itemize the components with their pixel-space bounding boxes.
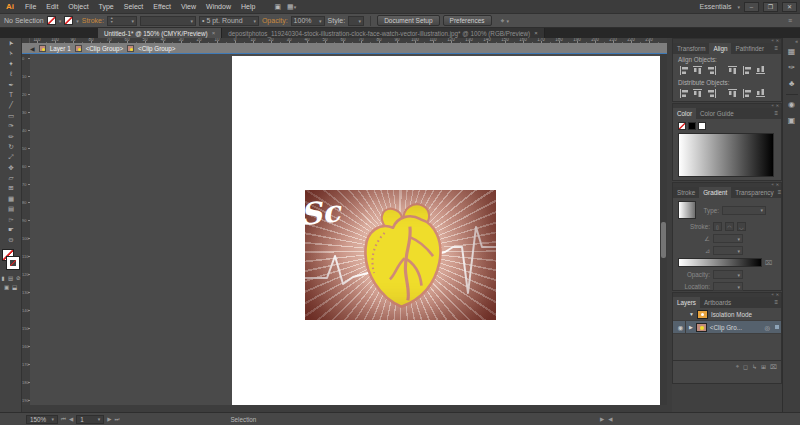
pen-tool[interactable]: ✒ xyxy=(0,80,22,90)
tab-close-icon[interactable]: × xyxy=(212,30,216,36)
stroke-swatch[interactable] xyxy=(64,16,73,25)
brushes-panel-icon[interactable]: ✑ xyxy=(783,60,800,76)
gradient-group-tab-gradient[interactable]: Gradient xyxy=(699,187,731,198)
brush-definition-dropdown[interactable]: • 5 pt. Round ▾ xyxy=(199,16,259,26)
distribute-horizontal-left-button[interactable] xyxy=(728,87,738,99)
layers-group-panel-menu-icon[interactable]: ≡ xyxy=(774,297,781,308)
breadcrumb-item-3[interactable]: <Clip Group> xyxy=(138,45,175,52)
free-transform-tool[interactable]: ▱ xyxy=(0,173,22,183)
zoom-tool[interactable]: ⊙ xyxy=(0,235,22,245)
restore-button[interactable]: ❐ xyxy=(763,2,778,12)
panel-collapse-icon[interactable]: « xyxy=(771,293,773,297)
layer-label[interactable]: Isolation Mode xyxy=(711,311,752,318)
menu-object[interactable]: Object xyxy=(63,3,93,10)
menu-select[interactable]: Select xyxy=(119,3,148,10)
breadcrumb-item-1[interactable]: Layer 1 xyxy=(50,45,71,52)
rectangle-tool[interactable]: ▭ xyxy=(0,111,22,121)
make-clipping-mask-icon[interactable]: ◻ xyxy=(743,363,748,370)
hand-tool[interactable]: ☛ xyxy=(0,225,22,235)
gradient-location-field[interactable]: ▾ xyxy=(713,282,743,291)
drawing-mode-icon[interactable]: ▣ xyxy=(4,284,10,290)
align-horizontal-center-button[interactable] xyxy=(693,64,703,76)
scale-tool[interactable]: ⤢ xyxy=(0,152,22,162)
color-mode-icon[interactable]: ▮ xyxy=(0,275,6,281)
pasteboard[interactable]: Sc xyxy=(22,54,660,405)
expand-down-icon[interactable]: ▼ xyxy=(689,311,694,317)
fill-swatch[interactable] xyxy=(47,16,56,25)
gradient-mode-icon[interactable]: ▤ xyxy=(8,275,14,281)
first-artboard-icon[interactable]: ⏮ xyxy=(61,416,66,423)
fill-dropdown-icon[interactable]: ▾ xyxy=(59,18,62,24)
menu-file[interactable]: File xyxy=(20,3,41,10)
menu-edit[interactable]: Edit xyxy=(41,3,63,10)
transform-group-panel-menu-icon[interactable]: ≡ xyxy=(774,43,781,54)
layers-group-tab-artboards[interactable]: Artboards xyxy=(700,297,735,308)
tab-close-icon[interactable]: × xyxy=(534,30,538,36)
artboard-navigation-field[interactable]: 1▾ xyxy=(76,415,104,424)
eyedropper-tool[interactable]: ⌲ xyxy=(0,215,22,225)
target-circle-icon[interactable]: ◎ xyxy=(765,324,773,331)
preferences-button[interactable]: Preferences xyxy=(443,15,492,26)
swatches-panel-icon[interactable]: ▦ xyxy=(783,44,800,60)
document-tab-2[interactable]: depositphotos_119240304-stock-illustrati… xyxy=(222,28,545,38)
control-panel-dock-icon[interactable]: ≡ xyxy=(788,17,796,24)
layer-row-isolation-mode[interactable]: ▼ Isolation Mode xyxy=(673,308,781,321)
color-group-tab-color[interactable]: Color xyxy=(673,108,696,119)
width-tool[interactable]: ✥ xyxy=(0,163,22,173)
expand-right-icon[interactable]: ▶ xyxy=(689,324,693,330)
opacity-field[interactable]: 100% ▾ xyxy=(291,16,325,26)
scroll-left-icon[interactable]: ◀ xyxy=(608,416,612,422)
menu-window[interactable]: Window xyxy=(201,3,236,10)
panel-collapse-icon[interactable]: « xyxy=(771,39,773,43)
vertical-ruler[interactable]: 0102030405060708090100110120130140150160… xyxy=(22,43,30,405)
pencil-tool[interactable]: ✏ xyxy=(0,132,22,142)
opacity-label[interactable]: Opacity: xyxy=(262,17,288,24)
symbols-panel-icon[interactable]: ♣ xyxy=(783,76,800,92)
vertical-scrollbar[interactable] xyxy=(660,54,667,405)
gradient-group-tab-stroke[interactable]: Stroke xyxy=(673,187,699,198)
mesh-tool[interactable]: ▦ xyxy=(0,194,22,204)
document-setup-button[interactable]: Document Setup xyxy=(377,15,439,26)
panel-collapse-icon[interactable]: « xyxy=(771,104,773,108)
direct-selection-tool[interactable]: ➢ xyxy=(0,48,22,58)
distribute-horizontal-right-button[interactable] xyxy=(756,87,766,99)
next-artboard-icon[interactable]: ▶ xyxy=(107,416,111,422)
delete-stop-icon[interactable]: ⌧ xyxy=(765,259,772,266)
new-layer-icon[interactable]: ⊞ xyxy=(761,363,766,370)
locate-object-icon[interactable]: ⌖ xyxy=(736,363,739,370)
shape-builder-tool[interactable]: ⊞ xyxy=(0,183,22,193)
scroll-right-icon[interactable]: ▶ xyxy=(600,416,604,422)
color-group-panel-menu-icon[interactable]: ≡ xyxy=(774,108,781,119)
arrange-documents-icon[interactable]: ▦▾ xyxy=(287,3,296,11)
style-swatch-dropdown[interactable]: ▾ xyxy=(348,16,364,26)
align-vertical-top-button[interactable] xyxy=(728,64,738,76)
none-mode-icon[interactable]: ⊘ xyxy=(15,275,21,281)
breadcrumb-item-2[interactable]: <Clip Group> xyxy=(86,45,123,52)
magic-wand-tool[interactable]: ✦ xyxy=(0,59,22,69)
close-button[interactable]: ✕ xyxy=(782,2,797,12)
line-segment-tool[interactable]: ╱ xyxy=(0,100,22,110)
workspace-dropdown-icon[interactable]: ▾ xyxy=(737,4,740,10)
new-sublayer-icon[interactable]: ↳ xyxy=(752,363,757,370)
type-tool[interactable]: T xyxy=(0,90,22,100)
align-horizontal-right-button[interactable] xyxy=(706,65,718,75)
minimize-button[interactable]: – xyxy=(744,2,759,12)
rotate-tool[interactable]: ↻ xyxy=(0,142,22,152)
bridge-icon[interactable]: ▣ xyxy=(274,3,281,11)
placed-heart-image[interactable]: Sc xyxy=(305,190,496,320)
align-vertical-bottom-button[interactable] xyxy=(756,64,766,76)
transform-group-tab-pathfinder[interactable]: Pathfinder xyxy=(731,43,768,54)
menu-view[interactable]: View xyxy=(176,3,201,10)
align-glyphs-icon[interactable]: ⌖ ▾ xyxy=(501,17,509,25)
white-swatch[interactable] xyxy=(698,122,706,130)
stroke-label[interactable]: Stroke: xyxy=(82,17,104,24)
stroke-weight-field[interactable]: ▲▼ ▾ xyxy=(107,16,137,26)
graphic-styles-panel-icon[interactable]: ▣ xyxy=(783,113,800,129)
stroke-dropdown-icon[interactable]: ▾ xyxy=(76,18,79,24)
width-profile-dropdown[interactable]: ▾ xyxy=(140,16,196,26)
black-swatch[interactable] xyxy=(688,122,696,130)
exit-isolation-back-icon[interactable]: ◀ xyxy=(30,45,35,52)
vertical-scrollbar-thumb[interactable] xyxy=(661,222,666,258)
transform-group-tab-transform[interactable]: Transform xyxy=(673,43,709,54)
stroke-color-control[interactable] xyxy=(7,257,19,269)
